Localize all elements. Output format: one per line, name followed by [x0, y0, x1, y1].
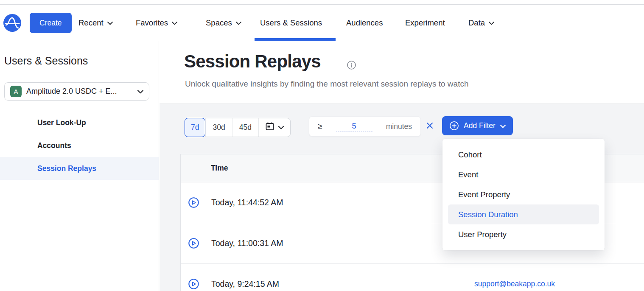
nav-item-users-sessions[interactable]: Users & Sessions: [260, 5, 322, 41]
chevron-down-icon: [500, 125, 506, 128]
play-icon[interactable]: [188, 197, 199, 208]
chevron-down-icon: [278, 126, 284, 129]
duration-value-input[interactable]: 5: [336, 121, 372, 132]
calendar-icon: [265, 122, 274, 133]
project-selector[interactable]: A Amplitude 2.0 USDC + E...: [4, 82, 149, 101]
sidebar: Users & Sessions A Amplitude 2.0 USDC + …: [0, 41, 159, 291]
table-row[interactable]: Today, 9:24:15 AM support@beakapp.co.uk: [181, 264, 644, 291]
play-icon[interactable]: [188, 278, 199, 290]
chevron-down-icon: [137, 90, 143, 94]
project-badge: A: [10, 86, 22, 97]
nav-item-favorites[interactable]: Favorites: [136, 5, 177, 41]
session-time: Today, 11:00:31 AM: [211, 238, 283, 248]
session-duration-filter-chip: ≥ 5 minutes: [309, 116, 421, 137]
user-email-link[interactable]: support@beakapp.co.uk: [474, 280, 555, 288]
sidebar-heading: Users & Sessions: [4, 55, 88, 67]
nav-item-experiment[interactable]: Experiment: [405, 5, 445, 41]
add-filter-button[interactable]: Add Filter: [442, 116, 513, 135]
page-title: Session Replays: [184, 51, 321, 72]
amplitude-logo-icon[interactable]: [3, 14, 22, 32]
duration-operator[interactable]: ≥: [318, 122, 322, 131]
chevron-down-icon: [107, 22, 113, 25]
nav-item-audiences[interactable]: Audiences: [346, 5, 383, 41]
duration-unit-label: minutes: [386, 122, 412, 131]
active-tab-underline: [255, 38, 336, 41]
sidebar-item-accounts[interactable]: Accounts: [0, 134, 159, 157]
menu-item-user-property[interactable]: User Property: [448, 224, 599, 244]
chevron-down-icon: [489, 22, 494, 25]
play-icon[interactable]: [188, 238, 199, 249]
add-filter-dropdown-menu: Cohort Event Event Property Session Dura…: [442, 139, 605, 250]
info-icon[interactable]: [347, 60, 356, 72]
chevron-down-icon: [172, 22, 177, 25]
page-subtitle: Unlock qualitative insights by finding t…: [185, 79, 469, 89]
menu-item-event-property[interactable]: Event Property: [448, 185, 599, 204]
date-range-45d-button[interactable]: 45d: [232, 118, 258, 137]
date-range-30d-button[interactable]: 30d: [205, 118, 232, 137]
column-header-time: Time: [211, 164, 228, 173]
project-name: Amplitude 2.0 USDC + E...: [26, 87, 133, 96]
close-icon: [426, 121, 434, 131]
nav-item-spaces[interactable]: Spaces: [206, 5, 241, 41]
menu-item-event[interactable]: Event: [448, 165, 599, 185]
nav-item-recent[interactable]: Recent: [78, 5, 113, 41]
sidebar-item-user-look-up[interactable]: User Look-Up: [0, 111, 159, 134]
custom-date-range-button[interactable]: [258, 118, 290, 137]
date-range-control: 7d 30d 45d: [185, 118, 291, 137]
nav-item-data[interactable]: Data: [468, 5, 494, 41]
create-button[interactable]: Create: [30, 13, 72, 33]
top-navbar: Create Recent Favorites Spaces Users & S…: [0, 5, 644, 41]
session-time: Today, 11:44:52 AM: [211, 198, 283, 207]
title-section: Session Replays Unlock qualitative insig…: [160, 41, 644, 104]
menu-item-session-duration[interactable]: Session Duration: [448, 204, 599, 224]
remove-filter-button[interactable]: [426, 121, 435, 131]
session-time: Today, 9:24:15 AM: [211, 279, 279, 289]
menu-item-cohort[interactable]: Cohort: [448, 145, 599, 165]
plus-circle-icon: [449, 121, 459, 131]
sidebar-item-session-replays[interactable]: Session Replays: [0, 157, 159, 180]
chevron-down-icon: [236, 22, 241, 25]
date-range-7d-button[interactable]: 7d: [185, 118, 205, 137]
